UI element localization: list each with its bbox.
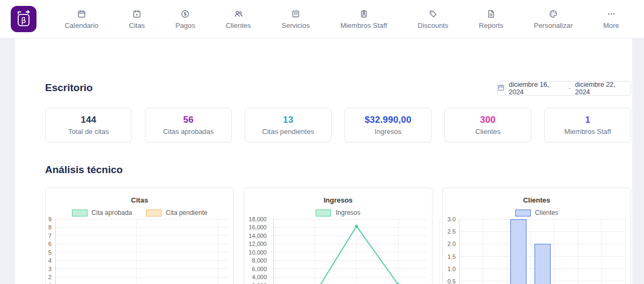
nav-item-clientes[interactable]: Clientes bbox=[223, 9, 254, 31]
gridline bbox=[55, 268, 228, 269]
app-logo[interactable]: β bbox=[11, 6, 36, 32]
nav-item-personalizar[interactable]: Personalizar bbox=[531, 9, 576, 31]
stat-card-citas-aprobadas: 56Citas aprobadas bbox=[145, 108, 232, 143]
chart-plot-area: 00.51.01.52.02.53.0Dec 16Dec 17Dec 18Dec… bbox=[459, 219, 625, 284]
y-axis-tick-label: 9 bbox=[46, 216, 52, 222]
appointment-icon bbox=[133, 10, 141, 19]
y-axis-tick-label: 1 bbox=[46, 282, 52, 284]
y-axis-tick-label: 4 bbox=[46, 257, 52, 264]
nav-item-calendario[interactable]: Calendario bbox=[61, 9, 101, 31]
nav-item-label: Discounts bbox=[418, 21, 448, 29]
gridline bbox=[55, 244, 228, 244]
nav-item-label: Personalizar bbox=[534, 21, 573, 29]
top-navigation-bar: β CalendarioCitas$PagosClientesServicios… bbox=[0, 0, 644, 39]
clients-icon bbox=[234, 10, 243, 19]
chart-card-ingresos: IngresosIngresos02,0004,0006,0008,00010,… bbox=[244, 188, 433, 284]
legend-entry: Ingresos bbox=[316, 209, 360, 216]
bar-clientes bbox=[535, 244, 551, 284]
charts-row: CitasCita aprobadaCita pendiente01234567… bbox=[45, 188, 631, 284]
gridline bbox=[530, 219, 531, 284]
legend-swatch bbox=[316, 210, 331, 216]
header-nav: CalendarioCitas$PagosClientesServiciosMi… bbox=[49, 0, 634, 39]
gridline bbox=[55, 277, 228, 278]
legend-entry: Cita pendiente bbox=[146, 209, 207, 216]
gridline bbox=[554, 219, 554, 284]
y-axis-tick-label: 4,000 bbox=[244, 274, 267, 280]
ellipsis-icon bbox=[607, 10, 616, 19]
date-range-picker[interactable]: diciembre 16, 2024 - diciembre 22, 2024 bbox=[497, 81, 631, 96]
calendar-icon bbox=[77, 10, 86, 19]
legend-label: Cita aprobada bbox=[92, 209, 132, 216]
nav-item-pagos[interactable]: $Pagos bbox=[172, 9, 199, 31]
legend-swatch bbox=[515, 210, 531, 216]
gridline bbox=[55, 260, 228, 261]
gridline bbox=[55, 219, 56, 284]
stat-label: Ingresos bbox=[375, 128, 401, 136]
gridline bbox=[459, 231, 625, 232]
stats-row: 144Total de citas56Citas aprobadas13Cita… bbox=[45, 108, 631, 143]
chart-card-clientes: ClientesClientes00.51.01.52.02.53.0Dec 1… bbox=[442, 188, 631, 284]
nav-item-label: Pagos bbox=[175, 21, 195, 29]
stat-card-citas-pendientes: 13Citas pendientes bbox=[245, 108, 332, 143]
date-range-separator: - bbox=[569, 85, 571, 92]
y-axis-tick-label: 16,000 bbox=[244, 224, 267, 230]
gridline bbox=[459, 219, 625, 220]
nav-item-more[interactable]: More bbox=[600, 9, 623, 31]
svg-text:$: $ bbox=[184, 11, 187, 17]
y-axis-tick-label: 1.0 bbox=[443, 266, 456, 272]
stat-card-clientes: 300Clientes bbox=[444, 108, 531, 143]
y-axis-tick-label: 2.0 bbox=[443, 241, 456, 247]
stat-label: Clientes bbox=[475, 128, 501, 136]
y-axis-tick-label: 10,000 bbox=[244, 249, 267, 256]
gridline bbox=[218, 219, 218, 284]
chart-plot-area: 0123456789Dec 16Dec 17Dec 18Dec 19Dec 20… bbox=[55, 219, 228, 284]
gridline bbox=[55, 252, 228, 252]
chart-legend: Ingresos bbox=[244, 209, 432, 216]
stat-label: Citas pendientes bbox=[262, 128, 314, 136]
gridline bbox=[55, 235, 228, 236]
nav-item-label: More bbox=[603, 21, 619, 29]
bar-clientes bbox=[510, 219, 526, 284]
nav-item-servicios[interactable]: Servicios bbox=[278, 9, 313, 31]
y-axis-tick-label: 5 bbox=[46, 249, 52, 256]
y-axis-tick-label: 2,000 bbox=[244, 282, 267, 284]
date-range-end: diciembre 22, 2024 bbox=[575, 81, 631, 96]
y-axis-tick-label: 6 bbox=[46, 241, 52, 247]
y-axis-tick-label: 14,000 bbox=[244, 233, 267, 239]
palette-icon bbox=[549, 10, 558, 19]
app-logo-icon: β bbox=[12, 8, 35, 31]
stat-card-ingresos: $32.990,00Ingresos bbox=[345, 108, 431, 143]
y-axis-tick-label: 3 bbox=[46, 266, 52, 272]
gridline bbox=[625, 219, 626, 284]
gridline bbox=[577, 219, 578, 284]
y-axis-tick-label: 3.0 bbox=[443, 216, 456, 222]
y-axis-tick-label: 8,000 bbox=[244, 257, 267, 264]
legend-label: Clientes bbox=[535, 209, 558, 216]
chart-card-citas: CitasCita aprobadaCita pendiente01234567… bbox=[45, 188, 234, 284]
chart-plot-area: 02,0004,0006,0008,00010,00012,00014,0001… bbox=[270, 219, 427, 284]
y-axis-tick-label: 8 bbox=[46, 224, 52, 230]
nav-item-miembros-staff[interactable]: Miembros Staff bbox=[337, 9, 390, 31]
y-axis-tick-label: 6,000 bbox=[244, 266, 267, 272]
nav-item-reports[interactable]: Reports bbox=[475, 9, 507, 31]
stat-label: Citas aprobadas bbox=[163, 128, 214, 136]
nav-item-label: Clientes bbox=[226, 21, 251, 29]
stat-label: Miembros Staff bbox=[564, 128, 611, 136]
y-axis-tick-label: 2.5 bbox=[443, 228, 456, 235]
legend-swatch bbox=[146, 210, 162, 216]
gridline bbox=[55, 219, 228, 220]
gridline bbox=[507, 219, 507, 284]
nav-item-citas[interactable]: Citas bbox=[126, 9, 148, 31]
chart-legend: Cita aprobadaCita pendiente bbox=[46, 209, 233, 216]
nav-item-label: Miembros Staff bbox=[340, 21, 387, 29]
chart-title: Citas bbox=[46, 196, 233, 204]
stat-value: 144 bbox=[81, 115, 97, 125]
y-axis-tick-label: 0.5 bbox=[443, 278, 456, 284]
stat-value: 300 bbox=[480, 115, 496, 125]
stat-value: $32.990,00 bbox=[364, 115, 411, 125]
staff-icon bbox=[360, 10, 368, 19]
nav-item-discounts[interactable]: Discounts bbox=[414, 9, 451, 31]
nav-item-label: Reports bbox=[479, 21, 503, 29]
content-panel: Escritorio diciembre 16, 2024 - diciembr… bbox=[15, 39, 632, 284]
section-title-analysis: Análisis técnico bbox=[45, 164, 123, 176]
